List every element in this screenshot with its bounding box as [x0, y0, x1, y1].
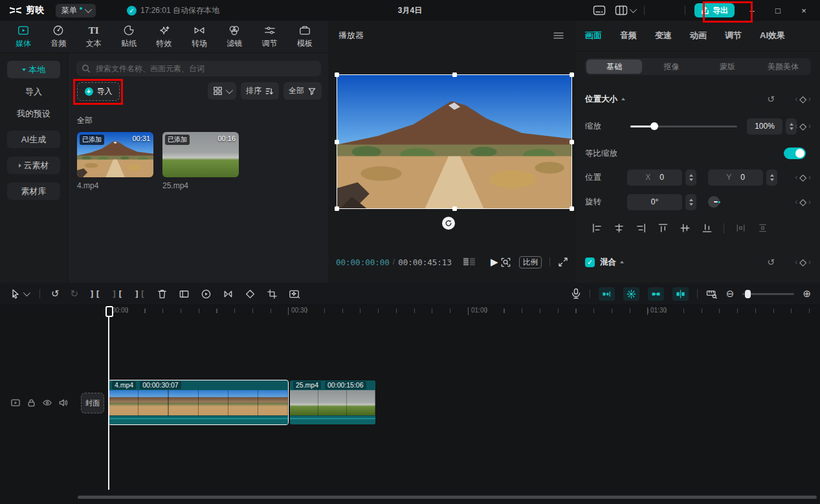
subtab-beauty[interactable]: 美颜美体: [755, 58, 811, 75]
tab-media[interactable]: 媒体: [9, 21, 38, 52]
media-thumbnail-landscape[interactable]: 已添加 00:31: [77, 132, 153, 177]
filter-button[interactable]: 全部: [283, 82, 322, 100]
tab-picture[interactable]: 画面: [585, 30, 602, 41]
subtab-mask[interactable]: 蒙版: [700, 58, 755, 75]
rotate-stepper[interactable]: [685, 194, 696, 210]
search-box[interactable]: [76, 61, 321, 76]
sidebar-item-local[interactable]: 本地: [7, 61, 60, 78]
align-bottom-icon[interactable]: [702, 223, 713, 234]
timeline-zoom-slider[interactable]: [742, 293, 794, 295]
selection-handle[interactable]: [335, 72, 339, 77]
timeline-clip-2[interactable]: 25.mp4 00:00:15:06: [290, 380, 375, 424]
media-card[interactable]: 已添加 00:31 4.mp4: [77, 132, 153, 190]
position-x-stepper[interactable]: [685, 170, 696, 186]
zoom-slider-thumb[interactable]: [745, 290, 751, 298]
sidebar-item-import[interactable]: 导入: [7, 83, 60, 100]
frame-preview-icon[interactable]: [462, 257, 476, 267]
tab-audio-props[interactable]: 音频: [620, 30, 637, 41]
selection-handle[interactable]: [335, 140, 339, 144]
rotate-input[interactable]: 0°: [627, 194, 682, 210]
keyframe-prev-icon[interactable]: ‹: [795, 197, 797, 206]
media-card[interactable]: 已添加 00:16 25.mp4: [162, 132, 239, 190]
tab-adjust[interactable]: 调节: [256, 21, 284, 52]
captions-panel-icon[interactable]: [593, 5, 606, 16]
keyframe-icon[interactable]: ◇: [799, 172, 806, 182]
keyframe-next-icon[interactable]: ›: [808, 257, 811, 267]
keyframe-next-icon[interactable]: ›: [808, 173, 811, 182]
sidebar-item-library[interactable]: 素材库: [7, 182, 60, 200]
import-button[interactable]: + 导入: [77, 82, 120, 101]
tab-audio[interactable]: 音频: [44, 21, 72, 52]
tab-adjust-props[interactable]: 调节: [725, 30, 742, 41]
keyframe-control[interactable]: ‹ ◇ ›: [795, 172, 811, 182]
redo-button[interactable]: ↻: [71, 289, 79, 299]
position-y-input[interactable]: Y 0: [708, 170, 763, 186]
preview-quality-icon[interactable]: [500, 257, 511, 268]
record-voiceover-button[interactable]: [571, 288, 581, 300]
zoom-out-button[interactable]: ⊖: [726, 289, 735, 299]
selection-handle[interactable]: [452, 72, 457, 77]
timeline-horizontal-scrollbar[interactable]: [78, 496, 817, 499]
snap-toggle[interactable]: [599, 287, 615, 301]
tab-templates[interactable]: 模板: [291, 21, 319, 52]
split-preview-toggle[interactable]: [672, 287, 689, 301]
keyframe-prev-icon[interactable]: ‹: [795, 173, 797, 182]
align-left-icon[interactable]: [592, 223, 603, 234]
tab-text[interactable]: TI 文本: [80, 21, 108, 52]
timeline-ruler[interactable]: 00:00 00:30 01:00 01:30: [0, 306, 820, 316]
sidebar-item-cloud[interactable]: 云素材: [7, 157, 60, 174]
layout-switch-button[interactable]: [615, 5, 635, 16]
rotate-dial[interactable]: [708, 196, 720, 208]
reset-icon[interactable]: ↺: [767, 257, 775, 267]
tab-sticker[interactable]: 贴纸: [115, 21, 143, 52]
menu-button[interactable]: 菜单: [56, 4, 96, 17]
freeze-frame-button[interactable]: [179, 289, 190, 300]
scale-value[interactable]: 100%: [747, 118, 782, 135]
sort-button[interactable]: 排序: [241, 82, 279, 100]
keyframe-control[interactable]: ‹ ◇ ›: [795, 121, 811, 131]
keyframe-control[interactable]: ‹ ◇ ›: [795, 197, 811, 207]
mirror-button[interactable]: [223, 289, 234, 300]
search-input[interactable]: [94, 63, 316, 74]
selection-handle[interactable]: [452, 206, 457, 211]
eye-icon[interactable]: [42, 398, 52, 408]
smart-matting-button[interactable]: [289, 289, 300, 300]
video-track-icon[interactable]: [10, 398, 21, 408]
preview-axis-toggle[interactable]: [623, 287, 639, 301]
selection-handle[interactable]: [335, 206, 339, 211]
slider-thumb[interactable]: [650, 122, 658, 130]
split-button[interactable]: ][: [89, 289, 101, 299]
trim-right-button[interactable]: ][: [134, 289, 146, 299]
collapse-icon[interactable]: [621, 98, 625, 100]
delete-button[interactable]: [157, 289, 168, 300]
media-thumbnail-grass[interactable]: 已添加 00:16: [162, 132, 239, 177]
keyframe-prev-icon[interactable]: ‹: [795, 257, 797, 267]
selection-handle[interactable]: [570, 206, 574, 211]
cover-button[interactable]: 封面: [81, 393, 104, 413]
view-mode-button[interactable]: [208, 82, 236, 100]
undo-button[interactable]: ↺: [51, 289, 60, 299]
keyframe-icon[interactable]: ◇: [799, 257, 806, 267]
align-top-icon[interactable]: [658, 223, 669, 234]
selection-handle[interactable]: [570, 72, 574, 77]
lock-icon[interactable]: [27, 398, 36, 408]
selection-handle[interactable]: [570, 140, 574, 144]
subtab-basic[interactable]: 基础: [586, 60, 642, 74]
select-tool-button[interactable]: [10, 289, 28, 300]
player-menu-button[interactable]: [553, 31, 564, 40]
keyframe-icon[interactable]: ◇: [799, 121, 806, 131]
tab-filters[interactable]: 滤镜: [220, 21, 249, 52]
tab-transitions[interactable]: 转场: [185, 21, 214, 52]
zoom-in-button[interactable]: ⊕: [803, 289, 811, 299]
timeline-clip-1[interactable]: 4.mp4 00:00:30:07: [109, 380, 288, 424]
minimize-button[interactable]: –: [744, 6, 760, 16]
tab-effects[interactable]: 特效: [150, 21, 179, 52]
distribute-horizontal-icon[interactable]: [735, 223, 746, 234]
blend-checkbox[interactable]: ✓: [585, 257, 595, 267]
crop-button[interactable]: [267, 289, 278, 300]
keyframe-icon[interactable]: ◇: [799, 94, 806, 104]
rotate-button[interactable]: [245, 289, 256, 300]
ratio-button[interactable]: 比例: [519, 256, 542, 268]
keyframe-prev-icon[interactable]: ‹: [795, 122, 797, 131]
timeline-scale-settings-button[interactable]: [706, 289, 718, 299]
